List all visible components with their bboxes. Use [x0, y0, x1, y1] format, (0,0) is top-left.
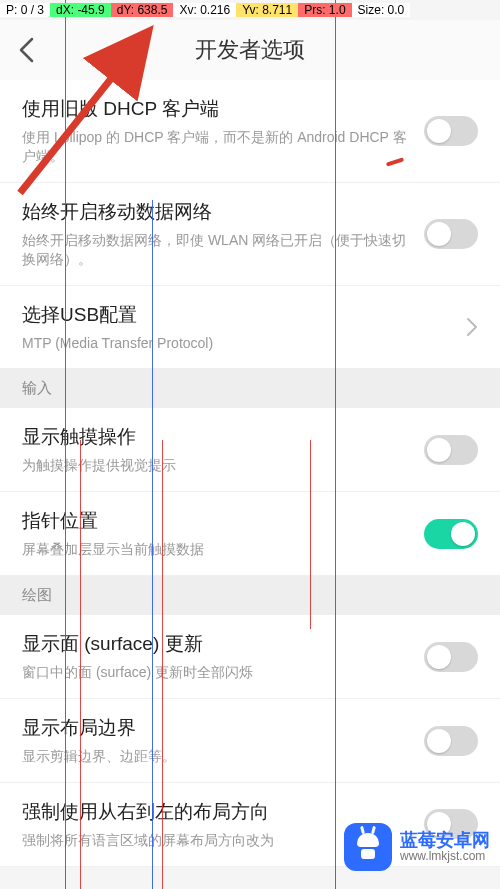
- back-button[interactable]: [18, 37, 34, 63]
- watermark-url: www.lmkjst.com: [400, 850, 490, 863]
- setting-title: 显示面 (surface) 更新: [22, 631, 412, 657]
- switch-toggle[interactable]: [424, 219, 478, 249]
- chevron-right-icon: [466, 317, 478, 337]
- switch-toggle[interactable]: [424, 726, 478, 756]
- watermark: 蓝莓安卓网 www.lmkjst.com: [344, 823, 490, 871]
- watermark-logo-icon: [344, 823, 392, 871]
- setting-sub: 显示剪辑边界、边距等。: [22, 747, 412, 766]
- back-icon: [18, 37, 34, 63]
- debug-p: P: 0 / 3: [0, 3, 50, 17]
- switch-toggle[interactable]: [424, 642, 478, 672]
- setting-show-touches[interactable]: 显示触摸操作 为触摸操作提供视觉提示: [0, 408, 500, 492]
- setting-sub: 窗口中的面 (surface) 更新时全部闪烁: [22, 663, 412, 682]
- pointer-debug-bar: P: 0 / 3 dX: -45.9 dY: 638.5 Xv: 0.216 Y…: [0, 0, 500, 20]
- debug-yv: Yv: 8.711: [236, 3, 298, 17]
- switch-toggle[interactable]: [424, 519, 478, 549]
- setting-pointer-location[interactable]: 指针位置 屏幕叠加层显示当前触摸数据: [0, 492, 500, 576]
- setting-sub: 为触摸操作提供视觉提示: [22, 456, 412, 475]
- setting-sub: 使用 Lollipop 的 DHCP 客户端，而不是新的 Android DHC…: [22, 128, 412, 166]
- setting-mobile-data-always[interactable]: 始终开启移动数据网络 始终开启移动数据网络，即使 WLAN 网络已开启（便于快速…: [0, 183, 500, 286]
- setting-sub: 屏幕叠加层显示当前触摸数据: [22, 540, 412, 559]
- setting-title: 选择USB配置: [22, 302, 454, 328]
- section-header-draw: 绘图: [0, 576, 500, 615]
- setting-title: 显示触摸操作: [22, 424, 412, 450]
- debug-size: Size: 0.0: [352, 3, 411, 17]
- debug-xv: Xv: 0.216: [173, 3, 236, 17]
- setting-sub: 始终开启移动数据网络，即使 WLAN 网络已开启（便于快速切换网络）。: [22, 231, 412, 269]
- setting-title: 始终开启移动数据网络: [22, 199, 412, 225]
- settings-list[interactable]: 使用旧版 DHCP 客户端 使用 Lollipop 的 DHCP 客户端，而不是…: [0, 80, 500, 867]
- section-header-input: 输入: [0, 369, 500, 408]
- setting-title: 强制使用从右到左的布局方向: [22, 799, 412, 825]
- setting-title: 指针位置: [22, 508, 412, 534]
- setting-title: 使用旧版 DHCP 客户端: [22, 96, 412, 122]
- setting-title: 显示布局边界: [22, 715, 412, 741]
- debug-prs: Prs: 1.0: [298, 3, 351, 17]
- switch-toggle[interactable]: [424, 116, 478, 146]
- setting-surface-updates[interactable]: 显示面 (surface) 更新 窗口中的面 (surface) 更新时全部闪烁: [0, 615, 500, 699]
- debug-dx: dX: -45.9: [50, 3, 111, 17]
- setting-dhcp-legacy[interactable]: 使用旧版 DHCP 客户端 使用 Lollipop 的 DHCP 客户端，而不是…: [0, 80, 500, 183]
- setting-layout-bounds[interactable]: 显示布局边界 显示剪辑边界、边距等。: [0, 699, 500, 783]
- watermark-name: 蓝莓安卓网: [400, 831, 490, 851]
- debug-dy: dY: 638.5: [111, 3, 174, 17]
- setting-sub: MTP (Media Transfer Protocol): [22, 334, 454, 353]
- page-title: 开发者选项: [0, 35, 500, 65]
- setting-usb-config[interactable]: 选择USB配置 MTP (Media Transfer Protocol): [0, 286, 500, 370]
- switch-toggle[interactable]: [424, 435, 478, 465]
- app-header: 开发者选项: [0, 20, 500, 80]
